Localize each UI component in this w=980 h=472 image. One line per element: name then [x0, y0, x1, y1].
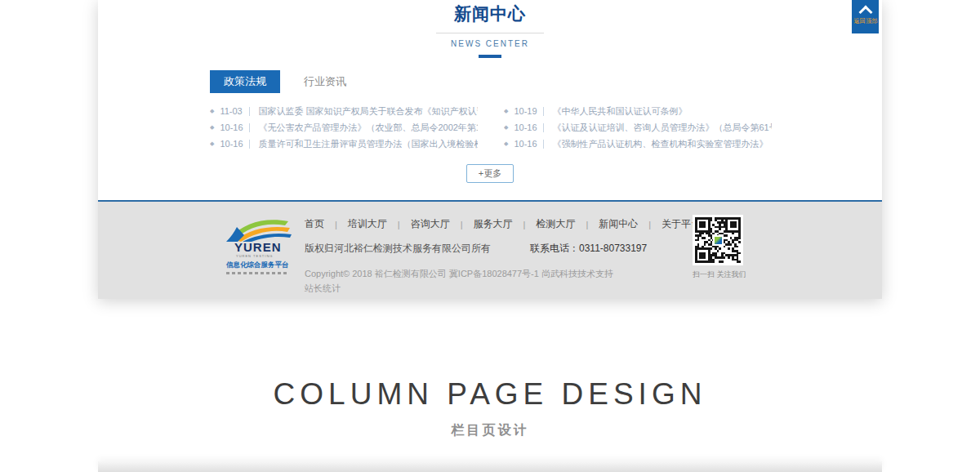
news-item[interactable]: ◆10-16《强制性产品认证机构、检查机构和实验室管理办法》（总局令第65号	[504, 136, 772, 152]
content-card: 新闻中心 NEWS CENTER 政策法规行业资讯 ◆11-03国家认监委 国家…	[98, 0, 882, 299]
divider	[249, 140, 250, 149]
diamond-bullet-icon: ◆	[504, 108, 508, 114]
banner-subtitle: 栏目页设计	[0, 422, 980, 439]
news-section-subtitle-wrap: NEWS CENTER	[436, 33, 544, 48]
back-to-top-button[interactable]: 返回顶部	[852, 0, 879, 33]
logo-small-print	[226, 272, 288, 274]
news-item[interactable]: ◆11-03国家认监委 国家知识产权局关于联合发布《知识产权认证管理办法》	[210, 103, 478, 119]
news-list-right: ◆10-19《中华人民共和国认证认可条例》◆10-16《认证及认证培训、咨询人员…	[504, 103, 772, 152]
yuren-logo: YUREN YUREN TESTING 信息化综合服务平台	[226, 217, 296, 274]
page-footer: YUREN YUREN TESTING 信息化综合服务平台 首页|培训大厅|咨询…	[98, 200, 882, 299]
news-columns: ◆11-03国家认监委 国家知识产权局关于联合发布《知识产权认证管理办法》◆10…	[210, 103, 772, 152]
news-tabs: 政策法规行业资讯	[210, 70, 882, 93]
divider	[249, 107, 250, 116]
footer-nav-link-0[interactable]: 首页	[305, 217, 335, 231]
news-date: 10-16	[514, 122, 541, 132]
divider	[543, 140, 544, 149]
qr-code	[693, 215, 743, 265]
diamond-bullet-icon: ◆	[504, 140, 508, 147]
diamond-bullet-icon: ◆	[504, 124, 508, 131]
news-item[interactable]: ◆10-16《无公害农产品管理办法》（农业部、总局令2002年第12号）	[210, 119, 478, 136]
footer-nav-link-2[interactable]: 咨询大厅	[400, 217, 461, 231]
news-link[interactable]: 国家认监委 国家知识产权局关于联合发布《知识产权认证管理办法》	[258, 105, 478, 118]
news-date: 10-16	[220, 139, 247, 149]
divider	[543, 123, 544, 132]
logo-tagline: 信息化综合服务平台	[226, 260, 296, 270]
news-link[interactable]: 《认证及认证培训、咨询人员管理办法》（总局令第61号）	[552, 122, 772, 134]
news-tab-0[interactable]: 政策法规	[210, 70, 280, 93]
divider	[249, 123, 250, 132]
logo-swoosh-icon	[226, 217, 292, 242]
qr-center-logo	[713, 235, 724, 246]
news-date: 10-16	[514, 139, 541, 149]
footer-nav-link-5[interactable]: 新闻中心	[588, 217, 648, 231]
more-button[interactable]: +更多	[466, 164, 514, 183]
page: 新闻中心 NEWS CENTER 政策法规行业资讯 ◆11-03国家认监委 国家…	[0, 0, 980, 472]
copyright-owner: 版权归河北裕仁检测技术服务有限公司所有	[305, 242, 491, 256]
news-item[interactable]: ◆10-16《认证及认证培训、咨询人员管理办法》（总局令第61号）	[504, 119, 772, 136]
banner-title: COLUMN PAGE DESIGN	[0, 377, 980, 412]
diamond-bullet-icon: ◆	[210, 108, 214, 114]
news-item[interactable]: ◆10-16质量许可和卫生注册评审员管理办法（国家出入境检验检疫局令第15号	[210, 136, 478, 152]
news-link[interactable]: 《中华人民共和国认证认可条例》	[552, 105, 687, 118]
footer-nav-link-1[interactable]: 培训大厅	[337, 217, 398, 231]
news-link[interactable]: 《无公害农产品管理办法》（农业部、总局令2002年第12号）	[258, 122, 478, 134]
footer-nav-link-4[interactable]: 检测大厅	[525, 217, 586, 231]
qr-block: 扫一扫 关注我们	[693, 215, 745, 280]
news-section-subtitle: NEWS CENTER	[436, 39, 544, 48]
news-list-left: ◆11-03国家认监委 国家知识产权局关于联合发布《知识产权认证管理办法》◆10…	[210, 103, 478, 152]
site-stats-link[interactable]: 站长统计	[305, 283, 341, 295]
news-link[interactable]: 《强制性产品认证机构、检查机构和实验室管理办法》（总局令第65号	[552, 138, 772, 150]
design-banner: COLUMN PAGE DESIGN 栏目页设计	[0, 377, 980, 439]
news-tab-1[interactable]: 行业资讯	[290, 70, 360, 93]
news-link[interactable]: 质量许可和卫生注册评审员管理办法（国家出入境检验检疫局令第15号	[258, 138, 478, 150]
contact-phone: 联系电话：0311-80733197	[530, 242, 647, 256]
title-underline-dash	[479, 55, 501, 58]
qr-caption: 扫一扫 关注我们	[693, 269, 745, 280]
news-item[interactable]: ◆10-19《中华人民共和国认证认可条例》	[504, 103, 772, 119]
divider	[543, 107, 544, 116]
back-to-top-label: 返回顶部	[853, 17, 877, 25]
news-section: 新闻中心 NEWS CENTER 政策法规行业资讯 ◆11-03国家认监委 国家…	[98, 0, 882, 183]
news-date: 10-19	[514, 106, 541, 116]
diamond-bullet-icon: ◆	[210, 140, 214, 147]
logo-brand-text: YUREN	[226, 240, 296, 254]
footer-nav-link-3[interactable]: 服务大厅	[463, 217, 523, 231]
news-date: 11-03	[220, 106, 247, 116]
next-section-edge	[98, 461, 882, 472]
logo-brand-subtext: YUREN TESTING	[226, 254, 296, 258]
news-date: 10-16	[220, 122, 247, 132]
news-section-title: 新闻中心	[98, 2, 882, 25]
diamond-bullet-icon: ◆	[210, 124, 214, 131]
